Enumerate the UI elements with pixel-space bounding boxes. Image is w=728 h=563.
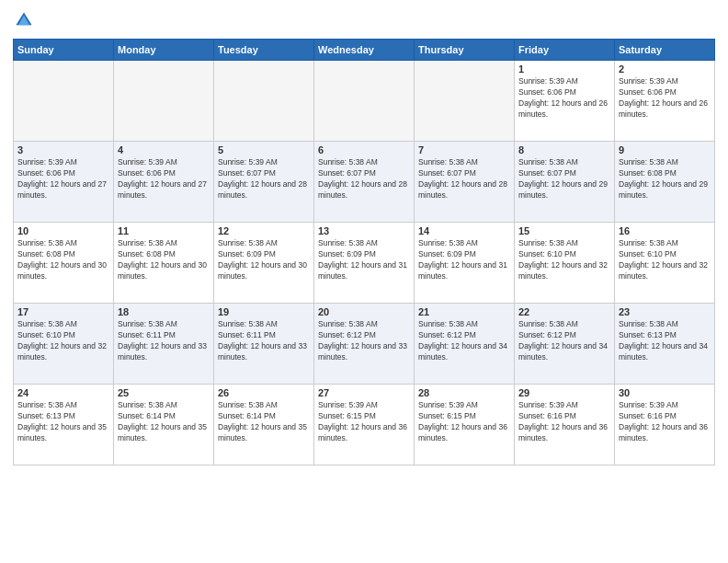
- calendar-cell: [214, 61, 314, 142]
- calendar-cell: 7Sunrise: 5:38 AM Sunset: 6:07 PM Daylig…: [415, 142, 515, 223]
- day-info: Sunrise: 5:38 AM Sunset: 6:10 PM Dayligh…: [17, 319, 109, 363]
- calendar-week-4: 17Sunrise: 5:38 AM Sunset: 6:10 PM Dayli…: [14, 304, 715, 385]
- calendar-cell: 15Sunrise: 5:38 AM Sunset: 6:10 PM Dayli…: [515, 223, 615, 304]
- calendar-cell: [415, 61, 515, 142]
- day-info: Sunrise: 5:38 AM Sunset: 6:13 PM Dayligh…: [619, 319, 711, 363]
- page: SundayMondayTuesdayWednesdayThursdayFrid…: [0, 0, 728, 475]
- day-number: 19: [218, 306, 310, 317]
- calendar-cell: 14Sunrise: 5:38 AM Sunset: 6:09 PM Dayli…: [415, 223, 515, 304]
- day-number: 30: [619, 387, 711, 398]
- day-info: Sunrise: 5:38 AM Sunset: 6:08 PM Dayligh…: [118, 238, 210, 282]
- day-info: Sunrise: 5:39 AM Sunset: 6:16 PM Dayligh…: [619, 400, 711, 444]
- day-number: 14: [418, 225, 510, 236]
- calendar-cell: 24Sunrise: 5:38 AM Sunset: 6:13 PM Dayli…: [14, 385, 114, 465]
- calendar-header-sunday: Sunday: [14, 40, 114, 61]
- day-info: Sunrise: 5:39 AM Sunset: 6:16 PM Dayligh…: [518, 400, 610, 444]
- day-number: 27: [318, 387, 410, 398]
- day-number: 11: [118, 225, 210, 236]
- day-number: 4: [118, 144, 210, 155]
- day-info: Sunrise: 5:39 AM Sunset: 6:06 PM Dayligh…: [619, 76, 711, 121]
- day-number: 13: [318, 225, 410, 236]
- calendar-cell: 6Sunrise: 5:38 AM Sunset: 6:07 PM Daylig…: [314, 142, 415, 223]
- day-info: Sunrise: 5:39 AM Sunset: 6:06 PM Dayligh…: [17, 157, 109, 201]
- calendar-cell: 3Sunrise: 5:39 AM Sunset: 6:06 PM Daylig…: [14, 142, 114, 223]
- day-info: Sunrise: 5:38 AM Sunset: 6:12 PM Dayligh…: [318, 319, 410, 363]
- calendar-cell: 10Sunrise: 5:38 AM Sunset: 6:08 PM Dayli…: [14, 223, 114, 304]
- calendar-cell: 28Sunrise: 5:39 AM Sunset: 6:15 PM Dayli…: [415, 385, 515, 465]
- day-info: Sunrise: 5:38 AM Sunset: 6:13 PM Dayligh…: [17, 400, 109, 444]
- calendar-header-monday: Monday: [114, 40, 214, 61]
- calendar-week-5: 24Sunrise: 5:38 AM Sunset: 6:13 PM Dayli…: [14, 385, 715, 465]
- day-number: 23: [619, 306, 711, 317]
- calendar-cell: 17Sunrise: 5:38 AM Sunset: 6:10 PM Dayli…: [14, 304, 114, 385]
- calendar-cell: 4Sunrise: 5:39 AM Sunset: 6:06 PM Daylig…: [114, 142, 214, 223]
- day-info: Sunrise: 5:38 AM Sunset: 6:10 PM Dayligh…: [518, 238, 610, 282]
- calendar-cell: [114, 61, 214, 142]
- day-number: 5: [218, 144, 310, 155]
- day-info: Sunrise: 5:38 AM Sunset: 6:14 PM Dayligh…: [218, 400, 310, 444]
- calendar-cell: [14, 61, 114, 142]
- day-number: 2: [619, 63, 711, 75]
- day-info: Sunrise: 5:39 AM Sunset: 6:06 PM Dayligh…: [518, 76, 610, 121]
- calendar-cell: 8Sunrise: 5:38 AM Sunset: 6:07 PM Daylig…: [515, 142, 615, 223]
- day-number: 3: [17, 144, 109, 155]
- calendar-header-saturday: Saturday: [615, 40, 715, 61]
- calendar-cell: 1Sunrise: 5:39 AM Sunset: 6:06 PM Daylig…: [515, 61, 615, 142]
- calendar-cell: 27Sunrise: 5:39 AM Sunset: 6:15 PM Dayli…: [314, 385, 415, 465]
- calendar-cell: 13Sunrise: 5:38 AM Sunset: 6:09 PM Dayli…: [314, 223, 415, 304]
- day-info: Sunrise: 5:38 AM Sunset: 6:09 PM Dayligh…: [418, 238, 510, 282]
- calendar-header-tuesday: Tuesday: [214, 40, 314, 61]
- day-number: 15: [518, 225, 610, 236]
- day-number: 28: [418, 387, 510, 398]
- calendar-header-friday: Friday: [515, 40, 615, 61]
- calendar-cell: 18Sunrise: 5:38 AM Sunset: 6:11 PM Dayli…: [114, 304, 214, 385]
- calendar-week-2: 3Sunrise: 5:39 AM Sunset: 6:06 PM Daylig…: [14, 142, 715, 223]
- day-number: 7: [418, 144, 510, 155]
- day-info: Sunrise: 5:38 AM Sunset: 6:11 PM Dayligh…: [118, 319, 210, 363]
- day-info: Sunrise: 5:38 AM Sunset: 6:11 PM Dayligh…: [218, 319, 310, 363]
- day-info: Sunrise: 5:38 AM Sunset: 6:12 PM Dayligh…: [518, 319, 610, 363]
- calendar-cell: 20Sunrise: 5:38 AM Sunset: 6:12 PM Dayli…: [314, 304, 415, 385]
- day-number: 6: [318, 144, 410, 155]
- day-number: 16: [619, 225, 711, 236]
- calendar-cell: 30Sunrise: 5:39 AM Sunset: 6:16 PM Dayli…: [615, 385, 715, 465]
- calendar-cell: 12Sunrise: 5:38 AM Sunset: 6:09 PM Dayli…: [214, 223, 314, 304]
- day-number: 10: [17, 225, 109, 236]
- calendar-cell: 22Sunrise: 5:38 AM Sunset: 6:12 PM Dayli…: [515, 304, 615, 385]
- calendar-cell: 2Sunrise: 5:39 AM Sunset: 6:06 PM Daylig…: [615, 61, 715, 142]
- calendar-header-thursday: Thursday: [415, 40, 515, 61]
- day-number: 24: [17, 387, 109, 398]
- day-number: 25: [118, 387, 210, 398]
- calendar-week-1: 1Sunrise: 5:39 AM Sunset: 6:06 PM Daylig…: [14, 61, 715, 142]
- calendar-header-wednesday: Wednesday: [314, 40, 415, 61]
- calendar-cell: 11Sunrise: 5:38 AM Sunset: 6:08 PM Dayli…: [114, 223, 214, 304]
- day-number: 9: [619, 144, 711, 155]
- day-info: Sunrise: 5:38 AM Sunset: 6:12 PM Dayligh…: [418, 319, 510, 363]
- day-info: Sunrise: 5:38 AM Sunset: 6:07 PM Dayligh…: [418, 157, 510, 201]
- day-info: Sunrise: 5:38 AM Sunset: 6:10 PM Dayligh…: [619, 238, 711, 282]
- day-info: Sunrise: 5:39 AM Sunset: 6:07 PM Dayligh…: [218, 157, 310, 201]
- calendar-table: SundayMondayTuesdayWednesdayThursdayFrid…: [13, 39, 715, 465]
- calendar-cell: [314, 61, 415, 142]
- day-info: Sunrise: 5:38 AM Sunset: 6:07 PM Dayligh…: [518, 157, 610, 201]
- calendar-cell: 16Sunrise: 5:38 AM Sunset: 6:10 PM Dayli…: [615, 223, 715, 304]
- calendar-cell: 23Sunrise: 5:38 AM Sunset: 6:13 PM Dayli…: [615, 304, 715, 385]
- day-number: 22: [518, 306, 610, 317]
- calendar-cell: 9Sunrise: 5:38 AM Sunset: 6:08 PM Daylig…: [615, 142, 715, 223]
- calendar-header-row: SundayMondayTuesdayWednesdayThursdayFrid…: [14, 40, 715, 61]
- day-number: 20: [318, 306, 410, 317]
- header: [13, 9, 715, 31]
- day-info: Sunrise: 5:38 AM Sunset: 6:08 PM Dayligh…: [17, 238, 109, 282]
- day-info: Sunrise: 5:38 AM Sunset: 6:07 PM Dayligh…: [318, 157, 410, 201]
- day-number: 21: [418, 306, 510, 317]
- calendar-cell: 29Sunrise: 5:39 AM Sunset: 6:16 PM Dayli…: [515, 385, 615, 465]
- day-info: Sunrise: 5:39 AM Sunset: 6:15 PM Dayligh…: [418, 400, 510, 444]
- day-info: Sunrise: 5:39 AM Sunset: 6:06 PM Dayligh…: [118, 157, 210, 201]
- calendar-cell: 19Sunrise: 5:38 AM Sunset: 6:11 PM Dayli…: [214, 304, 314, 385]
- day-info: Sunrise: 5:38 AM Sunset: 6:09 PM Dayligh…: [218, 238, 310, 282]
- day-number: 1: [518, 63, 610, 75]
- day-number: 18: [118, 306, 210, 317]
- day-info: Sunrise: 5:38 AM Sunset: 6:08 PM Dayligh…: [619, 157, 711, 201]
- calendar-week-3: 10Sunrise: 5:38 AM Sunset: 6:08 PM Dayli…: [14, 223, 715, 304]
- logo-icon: [13, 9, 35, 31]
